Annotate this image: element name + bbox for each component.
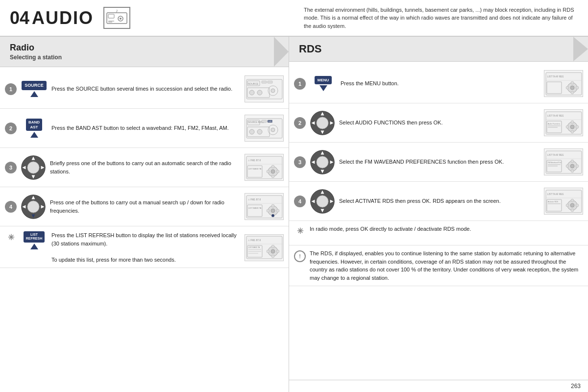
device-image-1: SOURCE [245, 75, 284, 102]
right-section-header: RDS [289, 37, 588, 62]
svg-text:FM Waveband Pref: FM Waveband Pref [548, 162, 561, 164]
nav-wheel-3 [21, 155, 46, 180]
svg-point-120 [571, 160, 574, 163]
rds-step-number-2: 2 [294, 117, 306, 129]
device-image-3: ♫ FM1 87.6 LIST BAND TA [245, 154, 284, 181]
svg-point-85 [571, 91, 574, 94]
left-step-2-text: Press the BAND AST button to select a wa… [51, 124, 241, 132]
svg-point-81 [570, 86, 574, 90]
svg-point-61 [271, 214, 274, 217]
nav-wheel-rds-3 [310, 149, 335, 175]
svg-point-138 [571, 199, 574, 202]
rds-step-2-text: Select AUDIO FUNCTIONS then press OK. [339, 119, 540, 127]
svg-text:Audio Functions: Audio Functions [548, 123, 560, 125]
svg-point-72 [271, 245, 274, 248]
step-number-star: ✳ [5, 231, 17, 243]
rds-device-image-2: LIST TA AF REG Audio Functions [544, 109, 583, 136]
svg-point-123 [571, 170, 574, 172]
svg-point-119 [570, 164, 574, 168]
svg-point-87 [317, 117, 328, 128]
left-step-4: 4 Press one of the buttons to carry out … [0, 187, 289, 226]
svg-text:Activate RDS: Activate RDS [548, 201, 558, 203]
info-star-icon: ✳ [294, 225, 306, 237]
info-excl-icon: ! [294, 250, 306, 262]
left-step-star-text: Press the LIST REFRESH button to display… [51, 231, 241, 264]
svg-point-137 [570, 203, 574, 207]
left-step-1-text: Press the SOURCE button several times in… [51, 85, 241, 93]
left-step-star: ✳ LISTREFRESH Press the LIST REFRESH but… [0, 226, 289, 268]
svg-point-42 [276, 170, 279, 173]
svg-rect-67 [248, 249, 261, 250]
section-header-arrow [274, 37, 289, 67]
rds-step-1-text: Press the MENU button. [341, 79, 540, 88]
svg-point-59 [276, 209, 279, 212]
svg-text:LIST  BAND  TA: LIST BAND TA [248, 168, 262, 170]
menu-button-group: MENU [310, 76, 337, 92]
chapter-title: AUDIO [32, 8, 94, 28]
svg-rect-20 [262, 120, 267, 122]
svg-point-58 [271, 204, 274, 207]
svg-point-104 [571, 130, 574, 133]
svg-point-71 [271, 249, 275, 253]
svg-point-82 [571, 81, 574, 84]
rds-info-star-text: In radio mode, press OK directly to acti… [310, 225, 583, 233]
arrow-down-icon-1 [319, 85, 327, 91]
chapter-number: 04 [10, 8, 29, 28]
right-section-title: RDS [299, 43, 578, 55]
svg-point-101 [571, 121, 574, 123]
svg-text:♫ FM1  87.6: ♫ FM1 87.6 [248, 239, 261, 242]
svg-point-16 [257, 90, 262, 95]
page-number: 263 [289, 380, 588, 392]
list-button-group: LISTREFRESH [21, 231, 48, 249]
right-step-3: 3 Select the FM WAVEBAND PREFERENCES fun… [289, 143, 588, 182]
svg-point-103 [566, 125, 569, 128]
svg-text:♫ FM1  87.6: ♫ FM1 87.6 [248, 198, 261, 201]
svg-point-75 [271, 255, 274, 258]
svg-point-27 [257, 129, 262, 134]
svg-rect-1 [108, 14, 114, 18]
svg-point-44 [271, 175, 274, 178]
svg-rect-97 [548, 125, 561, 126]
rds-step-number-3: 3 [294, 156, 306, 168]
svg-point-43 [267, 170, 270, 173]
arrow-up-icon-2 [30, 132, 38, 138]
step-number-3: 3 [5, 162, 17, 173]
right-section-arrow [573, 37, 588, 61]
svg-point-121 [576, 165, 579, 168]
svg-point-26 [249, 129, 254, 134]
svg-point-13 [271, 89, 275, 93]
svg-point-29 [27, 161, 39, 173]
rds-device-image-3: LIST TA AF REG FM Waveband Pref [544, 148, 583, 175]
rds-step-3-text: Select the FM WAVEBAND PREFERENCES funct… [339, 158, 540, 166]
arrow-up-icon-star [30, 244, 38, 249]
svg-point-83 [576, 86, 579, 89]
header-left: 04 AUDIO ♪ [10, 7, 130, 29]
list-button: LISTREFRESH [24, 231, 45, 243]
svg-text:♫ FM1  87.6: ♫ FM1 87.6 [248, 159, 261, 162]
svg-point-24 [271, 128, 275, 132]
rds-info-excl-text: The RDS, if displayed, enables you to co… [310, 249, 583, 282]
svg-point-15 [249, 90, 254, 95]
left-step-4-text: Press one of the buttons to carry out a … [50, 198, 241, 215]
arrow-up-icon [30, 91, 38, 97]
svg-rect-11 [268, 81, 272, 83]
page-header: 04 AUDIO ♪ The external environment (hil… [0, 0, 588, 37]
nav-wheel-rds-4 [310, 189, 335, 214]
device-image-star: ♫ FM1 87.6 LIST BAND TA [245, 234, 284, 261]
left-steps-area: 1 SOURCE Press the SOURCE button several… [0, 67, 289, 392]
step-number-4: 4 [5, 201, 17, 213]
svg-rect-116 [548, 164, 561, 165]
right-steps-area: 1 MENU Press the MENU button. LIST TA AF… [289, 62, 588, 380]
source-button: SOURCE [22, 81, 47, 90]
svg-rect-98 [548, 127, 558, 128]
svg-point-125 [317, 195, 328, 207]
svg-point-3 [120, 18, 122, 20]
band-button: BANDAST [26, 119, 42, 131]
svg-point-73 [276, 250, 279, 253]
left-step-2: 2 BANDAST Press the BAND AST button to s… [0, 109, 289, 148]
svg-point-102 [576, 125, 579, 128]
svg-rect-10 [262, 81, 267, 83]
svg-text:LIST  TA  AF  REG: LIST TA AF REG [547, 115, 564, 117]
left-section-header: Radio Selecting a station [0, 37, 289, 67]
left-section-title: Radio [10, 43, 279, 53]
